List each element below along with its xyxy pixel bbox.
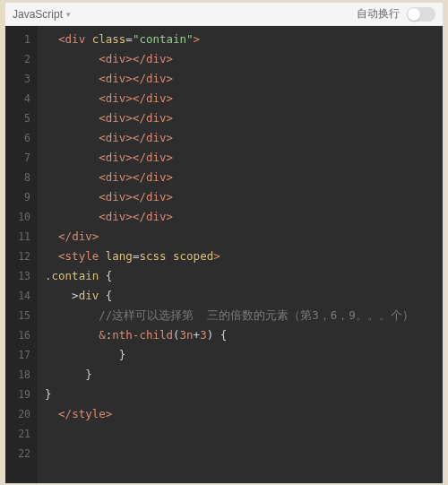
line-number: 14 (5, 286, 30, 306)
code-line: <div></div> (45, 49, 443, 69)
line-number: 9 (5, 187, 30, 207)
wrap-label: 自动换行 (357, 6, 400, 22)
line-number: 1 (5, 30, 30, 49)
code-line: <style lang=scss scoped> (45, 247, 443, 266)
language-label: JavaScript (13, 8, 63, 21)
code-line: } (45, 365, 443, 385)
code-line: <div></div> (45, 168, 443, 187)
line-number: 19 (5, 385, 30, 404)
line-number: 15 (5, 306, 30, 325)
code-line: //这样可以选择第 三的倍数的元素（第3，6，9。。。个） (45, 306, 443, 325)
line-number: 12 (5, 247, 30, 266)
code-line: >div { (45, 286, 443, 306)
line-number: 4 (5, 89, 30, 108)
line-number: 7 (5, 148, 30, 168)
code-line: <div></div> (45, 187, 443, 207)
line-number: 6 (5, 128, 30, 148)
line-gutter: 12345678910111213141516171819202122 (5, 26, 38, 483)
toolbar-right: 自动换行 (357, 6, 435, 22)
language-select[interactable]: JavaScript ▾ (13, 8, 71, 21)
chevron-down-icon: ▾ (66, 10, 71, 19)
code-area[interactable]: <div class="contain"> <div></div> <div><… (38, 26, 443, 483)
code-line: <div class="contain"> (45, 30, 443, 49)
line-number: 8 (5, 168, 30, 187)
code-line: <div></div> (45, 89, 443, 108)
line-number: 20 (5, 404, 30, 424)
line-number: 5 (5, 108, 30, 128)
code-line: } (45, 345, 443, 365)
toggle-knob (408, 8, 420, 21)
code-line: &:nth-child(3n+3) { (45, 325, 443, 345)
code-line: <div></div> (45, 69, 443, 89)
code-line: <div></div> (45, 128, 443, 148)
line-number: 17 (5, 345, 30, 365)
code-line: </div> (45, 227, 443, 247)
code-editor[interactable]: 12345678910111213141516171819202122 <div… (5, 26, 443, 483)
code-line (45, 444, 443, 463)
code-line (45, 424, 443, 444)
code-line: <div></div> (45, 108, 443, 128)
code-line: .contain { (45, 266, 443, 286)
code-line: <div></div> (45, 148, 443, 168)
line-number: 13 (5, 266, 30, 286)
line-number: 11 (5, 227, 30, 247)
line-number: 3 (5, 69, 30, 89)
editor-toolbar: JavaScript ▾ 自动换行 (5, 3, 443, 26)
code-line: <div></div> (45, 207, 443, 227)
editor-panel: JavaScript ▾ 自动换行 1234567891011121314151… (4, 2, 444, 484)
line-number: 10 (5, 207, 30, 227)
line-number: 21 (5, 424, 30, 444)
line-number: 16 (5, 325, 30, 345)
line-number: 22 (5, 444, 30, 463)
code-line: </style> (45, 404, 443, 424)
code-line: } (45, 385, 443, 404)
line-number: 2 (5, 49, 30, 69)
line-number: 18 (5, 365, 30, 385)
wrap-toggle[interactable] (407, 7, 435, 22)
